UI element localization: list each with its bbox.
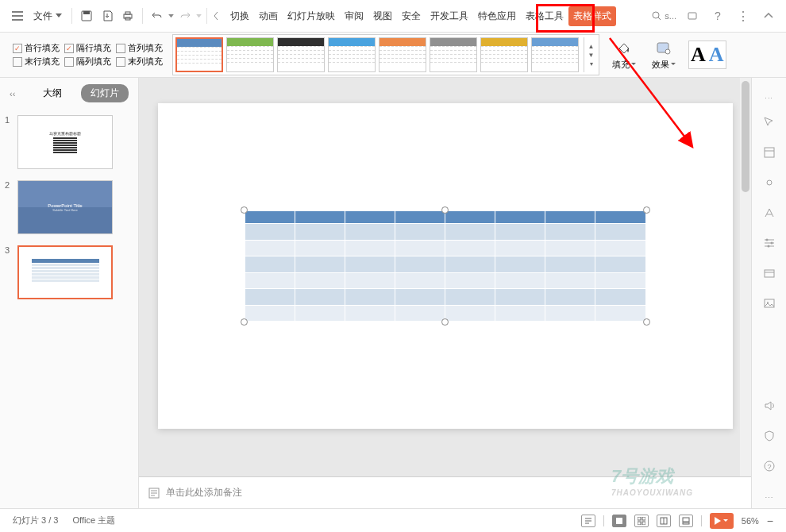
slides-tab[interactable]: 幻灯片 xyxy=(81,84,129,102)
slide-canvas[interactable] xyxy=(158,103,733,429)
resize-handle-br[interactable] xyxy=(643,318,650,326)
style-swatch-2[interactable] xyxy=(226,37,274,72)
svg-point-11 xyxy=(765,239,768,241)
fill-button[interactable]: 填充 xyxy=(609,38,639,72)
svg-rect-14 xyxy=(765,270,774,277)
svg-rect-25 xyxy=(683,518,689,522)
rail-layout-icon[interactable] xyxy=(761,145,777,160)
tab-table-tools[interactable]: 表格工具 xyxy=(521,6,568,26)
play-slideshow-button[interactable] xyxy=(710,513,734,529)
svg-rect-15 xyxy=(765,299,774,307)
rail-shield-icon[interactable] xyxy=(761,428,777,444)
style-swatch-5[interactable] xyxy=(379,37,426,72)
text-style-a-blue[interactable]: A xyxy=(709,43,724,67)
outline-tab[interactable]: 大纲 xyxy=(33,84,71,102)
table-styles-gallery: ▲▼▾ xyxy=(172,34,599,75)
rail-image-icon[interactable] xyxy=(761,295,777,311)
resize-handle-bc[interactable] xyxy=(441,318,449,326)
resize-handle-tr[interactable] xyxy=(643,206,650,214)
svg-point-5 xyxy=(653,12,659,18)
checkbox-alt-col-fill[interactable]: 隔列填充 xyxy=(64,56,111,67)
text-style-a-black[interactable]: A xyxy=(691,43,706,67)
rail-select-icon[interactable] xyxy=(761,114,777,130)
effect-button[interactable]: 效果 xyxy=(649,38,679,72)
view-notes-button[interactable] xyxy=(679,515,693,527)
search-icon xyxy=(652,11,661,21)
redo-button[interactable] xyxy=(175,6,195,25)
resize-handle-bl[interactable] xyxy=(241,318,248,326)
thumbnail-3[interactable]: 3 xyxy=(5,245,133,299)
style-swatch-4[interactable] xyxy=(328,37,376,72)
svg-rect-23 xyxy=(642,522,645,525)
svg-point-8 xyxy=(665,49,670,54)
tab-animation[interactable]: 动画 xyxy=(254,6,283,26)
export-button[interactable] xyxy=(98,6,117,25)
rail-link-icon[interactable] xyxy=(761,175,777,191)
checkbox-first-col-fill[interactable]: 首列填充 xyxy=(116,42,163,54)
text-dir-button[interactable] xyxy=(581,515,595,527)
tab-devtools[interactable]: 开发工具 xyxy=(426,6,473,26)
save-button[interactable] xyxy=(77,6,96,25)
thumbnail-1[interactable]: 1 马赛克重构题标题 xyxy=(5,115,133,169)
style-swatch-3[interactable] xyxy=(277,37,325,72)
rail-sound-icon[interactable] xyxy=(761,398,777,414)
svg-rect-20 xyxy=(638,517,641,520)
zoom-level[interactable]: 56% xyxy=(742,516,759,526)
pin-button[interactable] xyxy=(683,6,702,25)
hamburger-menu-icon[interactable] xyxy=(8,6,27,25)
tab-transition[interactable]: 切换 xyxy=(225,6,254,26)
slide-counter: 幻灯片 3 / 3 xyxy=(13,515,58,526)
table-on-slide[interactable] xyxy=(245,210,646,322)
search-placeholder: s... xyxy=(665,11,676,21)
rail-settings-icon[interactable] xyxy=(761,235,777,251)
text-styles-gallery[interactable]: A A xyxy=(688,40,726,69)
file-menu-label: 文件 xyxy=(33,10,52,23)
undo-button[interactable] xyxy=(148,6,167,25)
tab-review[interactable]: 审阅 xyxy=(340,6,368,26)
rail-help-icon[interactable]: ? xyxy=(761,458,777,474)
right-rail: ⋮ ? ⋯ xyxy=(751,78,786,508)
tab-special[interactable]: 特色应用 xyxy=(473,6,521,26)
rail-text-icon[interactable] xyxy=(761,205,777,221)
rail-archive-icon[interactable] xyxy=(761,265,777,281)
notes-icon xyxy=(148,488,160,499)
svg-rect-26 xyxy=(683,522,689,524)
checkbox-last-row-fill[interactable]: 末行填充 xyxy=(13,56,60,67)
resize-handle-tc[interactable] xyxy=(441,206,449,214)
ribbon-tabs: 切换 动画 幻灯片放映 审阅 视图 安全 开发工具 特色应用 表格工具 表格样式 xyxy=(225,6,616,26)
collapse-ribbon-button[interactable] xyxy=(759,6,778,25)
style-swatch-1[interactable] xyxy=(175,37,223,72)
search-box[interactable]: s... xyxy=(652,11,676,21)
checkbox-last-col-fill[interactable]: 末列填充 xyxy=(116,56,163,67)
svg-point-12 xyxy=(770,242,773,245)
styles-gallery-dropdown[interactable]: ▲▼▾ xyxy=(584,37,596,72)
undo-dropdown-icon[interactable] xyxy=(168,14,174,18)
help-button[interactable]: ? xyxy=(708,6,727,25)
resize-handle-tl[interactable] xyxy=(241,206,248,214)
style-swatch-8[interactable] xyxy=(531,37,579,72)
zoom-out-button[interactable]: − xyxy=(767,515,773,527)
checkbox-first-row-fill[interactable]: ✓首行填充 xyxy=(13,42,60,54)
style-swatch-7[interactable] xyxy=(480,37,528,72)
view-sorter-button[interactable] xyxy=(634,515,649,527)
nav-prev-icon[interactable] xyxy=(214,12,219,20)
svg-rect-21 xyxy=(642,517,645,520)
svg-rect-22 xyxy=(638,522,641,525)
vertical-scrollbar[interactable] xyxy=(740,78,751,476)
svg-rect-6 xyxy=(688,13,696,19)
tab-view[interactable]: 视图 xyxy=(368,6,397,26)
file-menu[interactable]: 文件 xyxy=(29,10,67,23)
thumbnail-2[interactable]: 2 PowerPoint TitleSubtitle Text Here xyxy=(5,180,133,234)
checkbox-alt-row-fill[interactable]: ✓隔行填充 xyxy=(64,42,111,54)
redo-dropdown-icon[interactable] xyxy=(196,14,202,18)
print-button[interactable] xyxy=(118,6,137,25)
tab-table-style[interactable]: 表格样式 xyxy=(568,6,616,26)
tab-security[interactable]: 安全 xyxy=(397,6,426,26)
notes-pane[interactable]: 单击此处添加备注 xyxy=(139,476,751,508)
view-normal-button[interactable] xyxy=(612,515,626,527)
tab-slideshow[interactable]: 幻灯片放映 xyxy=(283,6,340,26)
view-reading-button[interactable] xyxy=(657,515,671,527)
style-swatch-6[interactable] xyxy=(430,37,477,72)
more-button[interactable]: ⋮ xyxy=(734,6,753,25)
collapse-panel-icon[interactable]: ‹‹ xyxy=(10,89,15,98)
